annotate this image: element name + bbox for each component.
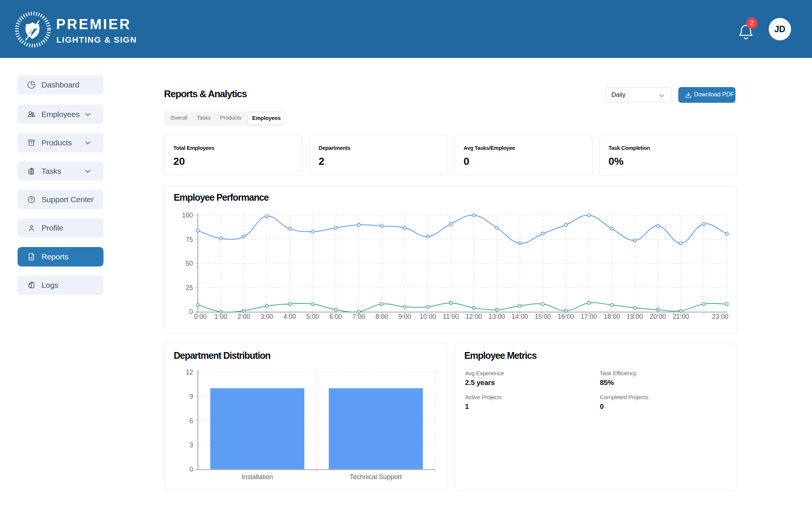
svg-text:6: 6 (189, 417, 193, 425)
svg-text:1:00: 1:00 (214, 313, 227, 320)
svg-text:2:00: 2:00 (238, 313, 250, 320)
svg-text:Technical Support: Technical Support (350, 473, 402, 481)
svg-text:8:00: 8:00 (375, 313, 388, 320)
svg-text:100: 100 (182, 212, 193, 219)
svg-text:21:00: 21:00 (673, 313, 689, 320)
svg-text:20:00: 20:00 (650, 313, 666, 320)
svg-text:11:00: 11:00 (443, 313, 459, 320)
svg-text:10:00: 10:00 (420, 313, 436, 320)
svg-text:3:00: 3:00 (260, 313, 273, 320)
svg-text:3: 3 (189, 441, 193, 449)
svg-text:15:00: 15:00 (534, 313, 551, 320)
svg-text:0: 0 (189, 308, 193, 315)
svg-text:18:00: 18:00 (604, 313, 620, 320)
svg-text:17:00: 17:00 (581, 313, 597, 320)
svg-text:7:00: 7:00 (353, 313, 365, 320)
svg-text:4:00: 4:00 (283, 313, 296, 320)
svg-text:19:00: 19:00 (627, 313, 643, 320)
svg-text:75: 75 (186, 236, 193, 243)
svg-text:9: 9 (189, 393, 193, 400)
svg-text:23:00: 23:00 (712, 313, 728, 320)
svg-text:9:00: 9:00 (399, 313, 411, 320)
svg-text:25: 25 (186, 284, 193, 292)
svg-text:0: 0 (189, 466, 193, 473)
svg-text:12: 12 (186, 369, 193, 376)
svg-text:13:00: 13:00 (489, 313, 505, 320)
svg-text:6:00: 6:00 (329, 313, 342, 320)
svg-text:14:00: 14:00 (512, 313, 528, 320)
svg-text:5:00: 5:00 (306, 313, 319, 320)
svg-text:16:00: 16:00 (558, 313, 574, 320)
svg-text:0:00: 0:00 (194, 313, 207, 320)
svg-text:Installation: Installation (242, 473, 273, 481)
svg-text:50: 50 (186, 260, 193, 267)
svg-text:12:00: 12:00 (466, 313, 482, 320)
